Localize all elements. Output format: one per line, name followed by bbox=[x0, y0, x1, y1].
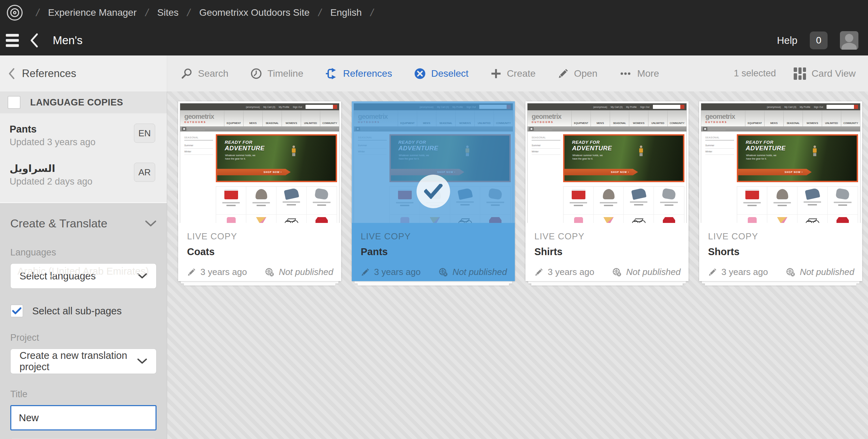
card-view-label: Card View bbox=[811, 68, 856, 79]
mini-home-icon bbox=[356, 127, 360, 131]
mini-breadcrumb-bar bbox=[180, 126, 339, 131]
mini-breadcrumb-bar bbox=[701, 126, 860, 131]
more-button[interactable]: More bbox=[619, 68, 659, 79]
stacked-pages-strip bbox=[181, 281, 338, 284]
select-all-subpages-row[interactable]: Select all sub-pages bbox=[10, 304, 157, 317]
page-thumbnail: (anonymous) My Cart (0) My Profile Sign … bbox=[699, 101, 862, 223]
hiker-figure bbox=[813, 146, 817, 156]
card-view-switcher[interactable]: Card View bbox=[794, 67, 856, 80]
select-all-subpages-checkbox[interactable] bbox=[10, 304, 23, 317]
create-and-translate-panel: Create & Translate Languages Arabic (Uni… bbox=[0, 202, 167, 439]
mini-search-box bbox=[653, 105, 684, 109]
search-button[interactable]: Search bbox=[181, 68, 228, 79]
project-select[interactable]: Create a new translation project bbox=[10, 349, 157, 374]
timeline-icon bbox=[250, 68, 262, 79]
page-card-shirts[interactable]: (anonymous) My Cart (0) My Profile Sign … bbox=[525, 101, 689, 286]
breadcrumb-experience-manager[interactable]: Experience Manager bbox=[48, 7, 136, 18]
mini-site-topbar: (anonymous) My Cart (0) My Profile Sign … bbox=[354, 103, 513, 110]
live-copy-badge: LIVE COPY bbox=[361, 231, 515, 242]
open-button[interactable]: Open bbox=[558, 68, 598, 79]
language-badge-ar[interactable]: AR bbox=[134, 163, 155, 182]
select-chevron-icon bbox=[137, 358, 147, 364]
create-button[interactable]: Create bbox=[491, 68, 536, 79]
pencil-icon bbox=[558, 68, 569, 79]
create-label: Create bbox=[507, 68, 536, 79]
mini-shop-now-button: SHOP NOW › bbox=[217, 169, 291, 175]
hamburger-menu-icon[interactable] bbox=[0, 25, 25, 55]
back-button[interactable] bbox=[25, 25, 44, 55]
mini-breadcrumb-bar bbox=[354, 126, 513, 131]
languages-select[interactable]: Arabic (United Arab Emirates) Select lan… bbox=[10, 263, 157, 289]
search-icon bbox=[181, 68, 193, 79]
mini-site-nav: EQUIPMENT MEN'S SEASONAL WOMEN'S UNLIMIT… bbox=[224, 110, 339, 126]
breadcrumb-sites[interactable]: Sites bbox=[157, 7, 178, 18]
help-link[interactable]: Help bbox=[777, 35, 797, 46]
last-modified: 3 years ago bbox=[200, 267, 247, 277]
deselect-button[interactable]: Deselect bbox=[414, 68, 469, 79]
language-copy-title: Pants bbox=[10, 124, 134, 135]
mini-search-box bbox=[306, 105, 337, 109]
project-select-value: Create a new translation project bbox=[20, 350, 137, 373]
timeline-label: Timeline bbox=[268, 68, 303, 79]
notification-count-badge[interactable]: 0 bbox=[810, 32, 828, 49]
back-chevron-icon bbox=[30, 33, 39, 48]
title-input[interactable] bbox=[10, 405, 157, 430]
mini-breadcrumb-bar bbox=[528, 126, 686, 131]
selected-check-icon[interactable] bbox=[417, 175, 450, 208]
languages-select-value: Select languages bbox=[20, 271, 137, 282]
timeline-button[interactable]: Timeline bbox=[250, 68, 303, 79]
create-translate-header[interactable]: Create & Translate bbox=[10, 217, 157, 230]
hiker-figure bbox=[292, 146, 296, 156]
publish-status: Not published bbox=[279, 267, 333, 277]
language-copy-row-pants[interactable]: Pants Updated 3 years ago EN bbox=[10, 124, 155, 148]
card-title: Shorts bbox=[708, 246, 862, 258]
references-panel-title: References bbox=[22, 67, 76, 80]
panel-back-chevron-icon bbox=[8, 68, 15, 79]
mini-search-box bbox=[827, 105, 858, 109]
checkmark-icon bbox=[12, 307, 22, 315]
more-dots-icon bbox=[619, 68, 632, 79]
language-copy-row-arabic[interactable]: السراويل Updated 2 days ago AR bbox=[10, 163, 155, 187]
publish-status: Not published bbox=[626, 267, 681, 277]
adobe-logo-icon[interactable] bbox=[7, 5, 23, 21]
breadcrumb-separator: / bbox=[144, 7, 150, 18]
mini-site-header: geometrix OUTDOORS EQUIPMENT MEN'S SEASO… bbox=[180, 110, 339, 126]
mini-product-grid bbox=[389, 186, 511, 223]
breadcrumb-english[interactable]: English bbox=[330, 7, 362, 18]
language-copy-title: السراويل bbox=[10, 163, 134, 174]
mini-site-logo: geometrix OUTDOORS bbox=[528, 110, 571, 126]
pencil-icon bbox=[708, 268, 717, 277]
card-title: Coats bbox=[187, 246, 341, 258]
mini-hero-banner: READY FOR ADVENTURE Whatever summer hold… bbox=[389, 134, 511, 182]
card-footer: LIVE COPY Pants 3 years ago Not publishe… bbox=[352, 223, 515, 281]
mini-site-topbar: (anonymous) My Cart (0) My Profile Sign … bbox=[528, 103, 686, 110]
language-badge-en[interactable]: EN bbox=[134, 124, 155, 143]
mini-hero-banner: READY FOR ADVENTURE Whatever summer hold… bbox=[737, 134, 858, 182]
breadcrumb-separator: / bbox=[35, 7, 40, 18]
mini-site-logo: geometrix OUTDOORS bbox=[180, 110, 224, 126]
language-copies-checkbox[interactable] bbox=[8, 96, 21, 109]
references-button[interactable]: References bbox=[325, 68, 392, 79]
subheader: References Search Timeline References De… bbox=[0, 55, 868, 91]
create-translate-heading: Create & Translate bbox=[10, 217, 107, 230]
avatar[interactable] bbox=[840, 31, 858, 50]
breadcrumb: / Experience Manager / Sites / Geometrix… bbox=[0, 0, 868, 25]
search-label: Search bbox=[198, 68, 228, 79]
project-label: Project bbox=[10, 333, 157, 343]
stacked-pages-strip bbox=[528, 281, 686, 284]
mini-product-grid bbox=[737, 186, 858, 223]
mini-shop-now-button: SHOP NOW › bbox=[391, 169, 464, 175]
mini-site-topbar: (anonymous) My Cart (0) My Profile Sign … bbox=[701, 103, 860, 110]
page-card-shorts[interactable]: (anonymous) My Cart (0) My Profile Sign … bbox=[699, 101, 862, 286]
page-card-coats[interactable]: (anonymous) My Cart (0) My Profile Sign … bbox=[178, 101, 341, 286]
action-toolbar: Search Timeline References Deselect Crea… bbox=[167, 55, 868, 91]
last-modified: 3 years ago bbox=[721, 267, 768, 277]
not-published-globe-icon bbox=[265, 267, 274, 277]
collapse-chevron-icon bbox=[145, 220, 157, 227]
not-published-globe-icon bbox=[786, 267, 795, 277]
references-panel-header[interactable]: References bbox=[0, 55, 167, 91]
page-card-pants[interactable]: (anonymous) My Cart (0) My Profile Sign … bbox=[352, 101, 515, 286]
card-grid: (anonymous) My Cart (0) My Profile Sign … bbox=[178, 101, 868, 286]
mini-home-icon bbox=[182, 127, 186, 131]
breadcrumb-geometrixx-outdoors-site[interactable]: Geometrixx Outdoors Site bbox=[199, 7, 310, 18]
